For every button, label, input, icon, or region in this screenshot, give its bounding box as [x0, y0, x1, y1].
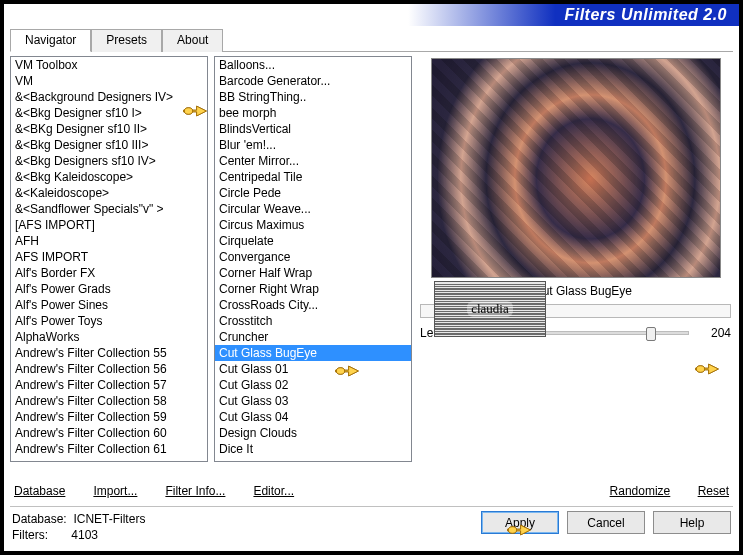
- list-item[interactable]: Cruncher: [215, 329, 411, 345]
- list-item[interactable]: Cut Glass 01: [215, 361, 411, 377]
- cancel-button[interactable]: Cancel: [567, 511, 645, 534]
- list-item[interactable]: Andrew's Filter Collection 60: [11, 425, 207, 441]
- list-item[interactable]: Cut Glass BugEye: [215, 345, 411, 361]
- apply-button[interactable]: Apply: [481, 511, 559, 534]
- tab-navigator[interactable]: Navigator: [10, 29, 91, 52]
- list-item[interactable]: BB StringThing..: [215, 89, 411, 105]
- list-item[interactable]: Andrew's Filter Collection 55: [11, 345, 207, 361]
- database-link[interactable]: Database: [14, 484, 65, 498]
- list-item[interactable]: Circular Weave...: [215, 201, 411, 217]
- list-item[interactable]: Cut Glass 02: [215, 377, 411, 393]
- tab-about[interactable]: About: [162, 29, 223, 52]
- list-item[interactable]: &<Bkg Designer sf10 III>: [11, 137, 207, 153]
- list-item[interactable]: &<Bkg Designers sf10 IV>: [11, 153, 207, 169]
- tab-strip: Navigator Presets About: [10, 28, 733, 52]
- list-item[interactable]: &<Bkg Kaleidoscope>: [11, 169, 207, 185]
- list-item[interactable]: Cut Glass 04: [215, 409, 411, 425]
- list-item[interactable]: &<Kaleidoscope>: [11, 185, 207, 201]
- list-item[interactable]: Alf's Border FX: [11, 265, 207, 281]
- list-item[interactable]: Centripedal Tile: [215, 169, 411, 185]
- current-filter-name: Cut Glass BugEye: [534, 284, 731, 298]
- list-item[interactable]: Andrew's Filter Collection 61: [11, 441, 207, 457]
- randomize-link[interactable]: Randomize: [610, 484, 671, 498]
- watermark-badge: claudia: [434, 281, 546, 337]
- list-item[interactable]: Circle Pede: [215, 185, 411, 201]
- list-item[interactable]: Alf's Power Toys: [11, 313, 207, 329]
- list-item[interactable]: Center Mirror...: [215, 153, 411, 169]
- list-item[interactable]: bee morph: [215, 105, 411, 121]
- list-item[interactable]: Cut Glass 03: [215, 393, 411, 409]
- list-item[interactable]: AFH: [11, 233, 207, 249]
- list-item[interactable]: Andrew's Filter Collection 57: [11, 377, 207, 393]
- help-button[interactable]: Help: [653, 511, 731, 534]
- list-item[interactable]: Blur 'em!...: [215, 137, 411, 153]
- param-value: 204: [699, 326, 731, 340]
- list-item[interactable]: &<Sandflower Specials"v" >: [11, 201, 207, 217]
- list-item[interactable]: Cirquelate: [215, 233, 411, 249]
- list-item[interactable]: Corner Half Wrap: [215, 265, 411, 281]
- list-item[interactable]: Andrew's Filter Collection 59: [11, 409, 207, 425]
- footer-info: Database: ICNET-Filters Filters: 4103: [12, 511, 145, 543]
- list-item[interactable]: Crosstitch: [215, 313, 411, 329]
- category-list[interactable]: VM ToolboxVM&<Background Designers IV>&<…: [10, 56, 208, 462]
- list-item[interactable]: Andrew's Filter Collection 56: [11, 361, 207, 377]
- link-button-row: Database Import... Filter Info... Editor…: [10, 480, 733, 502]
- list-item[interactable]: VM Toolbox: [11, 57, 207, 73]
- list-item[interactable]: BlindsVertical: [215, 121, 411, 137]
- list-item[interactable]: AlphaWorks: [11, 329, 207, 345]
- list-item[interactable]: Balloons...: [215, 57, 411, 73]
- list-item[interactable]: Alf's Power Sines: [11, 297, 207, 313]
- list-item[interactable]: Corner Right Wrap: [215, 281, 411, 297]
- list-item[interactable]: CrossRoads City...: [215, 297, 411, 313]
- filter-info-link[interactable]: Filter Info...: [165, 484, 225, 498]
- list-item[interactable]: [AFS IMPORT]: [11, 217, 207, 233]
- preview-image: [431, 58, 721, 278]
- list-item[interactable]: Circus Maximus: [215, 217, 411, 233]
- reset-link[interactable]: Reset: [698, 484, 729, 498]
- list-item[interactable]: AFS IMPORT: [11, 249, 207, 265]
- list-item[interactable]: &<BKg Designer sf10 II>: [11, 121, 207, 137]
- list-item[interactable]: Dice It: [215, 441, 411, 457]
- list-item[interactable]: Andrew's Filter Collection 58: [11, 393, 207, 409]
- title-banner: Filters Unlimited 2.0: [4, 4, 739, 26]
- import-link[interactable]: Import...: [93, 484, 137, 498]
- list-item[interactable]: &<Background Designers IV>: [11, 89, 207, 105]
- filter-list[interactable]: Balloons...Barcode Generator...BB String…: [214, 56, 412, 462]
- list-item[interactable]: Barcode Generator...: [215, 73, 411, 89]
- editor-link[interactable]: Editor...: [253, 484, 294, 498]
- list-item[interactable]: &<Bkg Designer sf10 I>: [11, 105, 207, 121]
- list-item[interactable]: Design Clouds: [215, 425, 411, 441]
- app-title: Filters Unlimited 2.0: [564, 6, 727, 24]
- list-item[interactable]: VM: [11, 73, 207, 89]
- list-item[interactable]: Convergance: [215, 249, 411, 265]
- list-item[interactable]: Alf's Power Grads: [11, 281, 207, 297]
- tab-presets[interactable]: Presets: [91, 29, 162, 52]
